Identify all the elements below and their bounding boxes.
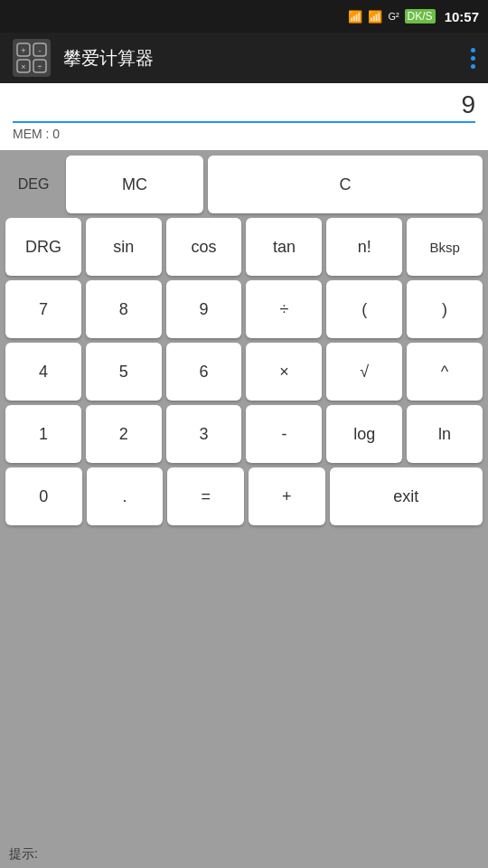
wifi-icon: 📶: [348, 10, 362, 24]
display-area: 9 MEM : 0: [0, 83, 488, 150]
sqrt-button[interactable]: √: [326, 343, 402, 401]
5-button[interactable]: 5: [86, 343, 162, 401]
tan-button[interactable]: tan: [246, 218, 322, 276]
7-button[interactable]: 7: [5, 280, 81, 338]
0-button[interactable]: 0: [5, 467, 82, 525]
nfact-button[interactable]: n!: [326, 218, 402, 276]
exit-button[interactable]: exit: [330, 467, 483, 525]
row-mc: DEG MC C: [5, 156, 483, 213]
mc-button[interactable]: MC: [66, 156, 203, 213]
svg-text:+: +: [21, 46, 25, 55]
svg-text:×: ×: [21, 62, 25, 71]
dot-button[interactable]: .: [87, 467, 164, 525]
cos-button[interactable]: cos: [166, 218, 242, 276]
rparen-button[interactable]: ): [407, 280, 483, 338]
row-123: 1 2 3 - log ln: [5, 405, 483, 463]
svg-text:÷: ÷: [38, 62, 42, 71]
9-button[interactable]: 9: [166, 280, 242, 338]
mul-button[interactable]: ×: [246, 343, 322, 401]
network-type: G²: [388, 11, 399, 22]
pow-button[interactable]: ^: [407, 343, 483, 401]
title-bar: + - × ÷ 攀爱计算器: [0, 33, 488, 83]
eq-button[interactable]: =: [167, 467, 244, 525]
row-456: 4 5 6 × √ ^: [5, 343, 483, 401]
app-icon: + - × ÷: [13, 39, 51, 77]
c-button[interactable]: C: [208, 156, 483, 213]
menu-icon[interactable]: [471, 48, 475, 69]
app-title: 攀爱计算器: [63, 46, 471, 71]
row-0exit: 0 . = + exit: [5, 467, 483, 525]
minus-button[interactable]: -: [246, 405, 322, 463]
mem-display: MEM : 0: [13, 123, 475, 145]
plus-button[interactable]: +: [249, 467, 325, 525]
battery-label: DK/S: [405, 9, 436, 24]
status-bar: 📶 📶 G² DK/S 10:57: [0, 0, 488, 33]
hint-label: 提示:: [9, 846, 38, 861]
display-value: 9: [13, 83, 475, 123]
row-789: 7 8 9 ÷ ( ): [5, 280, 483, 338]
2-button[interactable]: 2: [86, 405, 162, 463]
4-button[interactable]: 4: [5, 343, 81, 401]
lparen-button[interactable]: (: [326, 280, 402, 338]
status-time: 10:57: [445, 9, 479, 24]
3-button[interactable]: 3: [166, 405, 242, 463]
row-trig: DRG sin cos tan n! Bksp: [5, 218, 483, 276]
bksp-button[interactable]: Bksp: [407, 218, 483, 276]
calc-area: DEG MC C DRG sin cos tan n! Bksp 7 8 9 ÷…: [0, 150, 488, 841]
8-button[interactable]: 8: [86, 280, 162, 338]
drg-button[interactable]: DRG: [5, 218, 81, 276]
svg-text:-: -: [39, 46, 42, 55]
ln-button[interactable]: ln: [407, 405, 483, 463]
sin-button[interactable]: sin: [86, 218, 162, 276]
hint-area: 提示:: [0, 841, 488, 868]
1-button[interactable]: 1: [5, 405, 81, 463]
deg-label: DEG: [5, 176, 61, 193]
signal-icon: 📶: [368, 10, 382, 24]
log-button[interactable]: log: [326, 405, 402, 463]
div-button[interactable]: ÷: [246, 280, 322, 338]
6-button[interactable]: 6: [166, 343, 242, 401]
